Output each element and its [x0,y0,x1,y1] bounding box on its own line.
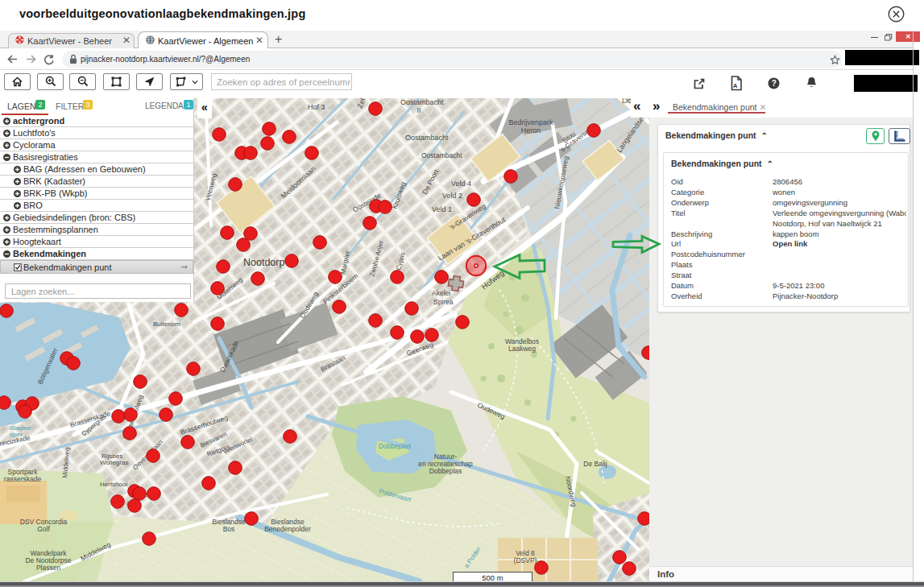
svg-text:Wollegras: Wollegras [100,459,128,466]
svg-text:Oostambacht: Oostambacht [400,98,444,106]
svg-text:(DSVP): (DSVP) [514,556,537,564]
svg-text:Laakweg: Laakweg [508,345,536,353]
svg-text:Veld 1: Veld 1 [432,205,452,213]
svg-text:Bedrijvenpark: Bedrijvenpark [508,118,553,126]
svg-text:Buitenom: Buitenom [153,320,180,328]
svg-text:Veld 2: Veld 2 [442,192,462,200]
svg-text:Hof 3: Hof 3 [308,103,325,111]
svg-text:Nootdorp: Nootdorp [243,257,284,268]
svg-text:Hertshooi: Hertshooi [100,481,127,488]
svg-text:II: II [416,106,421,114]
svg-text:De Balij: De Balij [583,460,607,468]
svg-text:Oostambacht: Oostambacht [405,134,449,142]
svg-text:rasserskade: rasserskade [4,475,42,483]
svg-text:Bos: Bos [223,525,235,533]
svg-text:Plassen: Plassen [36,564,61,572]
svg-text:A: A [733,82,738,89]
svg-text:Benedenpolder: Benedenpolder [264,525,311,533]
svg-text:Spirea: Spirea [433,298,454,306]
svg-text:Akelei: Akelei [432,289,450,297]
svg-text:Heron: Heron [521,126,541,134]
svg-text:Dobbeplas: Dobbeplas [429,467,462,475]
svg-text:Dobbeplas: Dobbeplas [379,442,412,450]
svg-text:Oostambacht: Oostambacht [421,151,462,159]
svg-text:Golf: Golf [37,525,50,533]
svg-text:Veld 4: Veld 4 [451,180,471,188]
svg-text:?: ? [772,79,777,88]
